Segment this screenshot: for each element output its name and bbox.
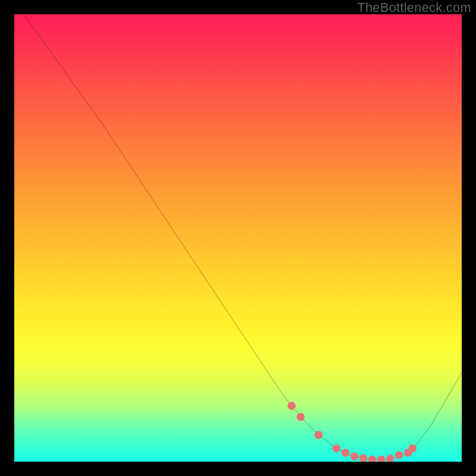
highlight-dot [359, 454, 368, 462]
chart-stage: TheBottleneck.com [0, 0, 476, 476]
watermark-text: TheBottleneck.com [357, 0, 471, 15]
highlight-dot [315, 431, 323, 439]
highlight-dot [350, 452, 359, 461]
highlight-dots [287, 402, 416, 462]
highlight-dot [333, 444, 341, 453]
highlight-dot [386, 455, 394, 462]
bottleneck-curve [23, 14, 462, 459]
highlight-dot [409, 444, 417, 453]
curve-layer [14, 14, 462, 462]
highlight-dot [377, 455, 386, 462]
highlight-dot [342, 449, 350, 457]
highlight-dot [297, 413, 305, 421]
plot-area [14, 14, 462, 462]
highlight-dot [395, 451, 403, 459]
highlight-dot [368, 455, 377, 462]
highlight-dot [287, 402, 296, 410]
